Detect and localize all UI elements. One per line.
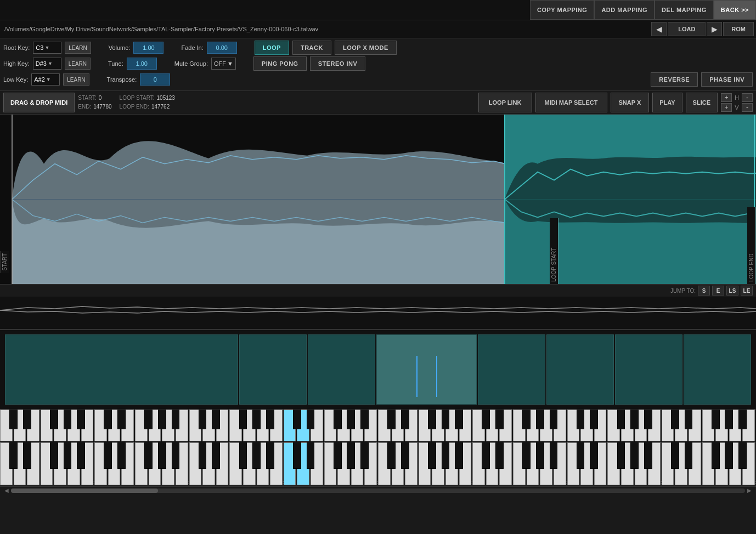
loop-link-button[interactable]: LOOP LINK [478, 93, 532, 112]
black-key[interactable] [199, 410, 207, 429]
phase-inv-button[interactable]: PHASE INV [701, 72, 753, 87]
load-button[interactable]: LOAD [668, 22, 706, 36]
black-key[interactable] [117, 442, 126, 469]
black-key[interactable] [172, 410, 180, 429]
add-mapping-button[interactable]: ADD MAPPING [594, 0, 655, 20]
prev-file-button[interactable]: ◀ [651, 22, 667, 36]
black-key[interactable] [252, 410, 261, 429]
black-key[interactable] [455, 442, 463, 469]
black-key[interactable] [401, 442, 409, 469]
black-key[interactable] [64, 442, 72, 469]
black-key[interactable] [428, 410, 436, 429]
black-key[interactable] [9, 442, 18, 469]
black-key[interactable] [266, 442, 274, 469]
slice-block-3[interactable] [308, 334, 375, 405]
scroll-right-arrow[interactable]: ▶ [745, 487, 754, 493]
black-key[interactable] [712, 442, 720, 469]
jump-le-button[interactable]: LE [741, 286, 753, 296]
black-key[interactable] [158, 410, 166, 429]
black-key[interactable] [239, 410, 247, 429]
slice-block-2[interactable] [239, 334, 307, 405]
black-key[interactable] [617, 442, 625, 469]
slice-block-4[interactable] [376, 334, 477, 405]
black-key[interactable] [307, 442, 315, 469]
rom-button[interactable]: ROM [723, 22, 754, 36]
slice-block-5[interactable] [478, 334, 545, 405]
black-key[interactable] [495, 442, 504, 469]
black-key[interactable] [334, 442, 342, 469]
zoom-v-minus-button[interactable]: - [742, 103, 753, 112]
black-key[interactable] [630, 410, 639, 429]
black-key[interactable] [199, 442, 207, 469]
black-key[interactable] [77, 410, 85, 429]
waveform-container[interactable]: START LOOP START LOOP END [0, 115, 756, 285]
black-key[interactable] [401, 410, 409, 429]
copy-mapping-button[interactable]: COPY MAPPING [530, 0, 594, 20]
black-key[interactable] [9, 410, 18, 429]
midi-map-select-button[interactable]: MIDI MAP SELECT [535, 93, 607, 112]
mute-group-select[interactable]: OFF ▼ [211, 58, 236, 70]
scroll-thumb[interactable] [11, 488, 158, 493]
black-key[interactable] [630, 442, 639, 469]
del-mapping-button[interactable]: DEL MAPPING [655, 0, 714, 20]
piano-container[interactable] [0, 410, 756, 442]
black-key[interactable] [577, 410, 585, 429]
black-key[interactable] [442, 442, 450, 469]
black-key[interactable] [577, 442, 585, 469]
black-key[interactable] [212, 442, 220, 469]
black-key[interactable] [685, 442, 693, 469]
black-key[interactable] [495, 410, 504, 429]
black-key[interactable] [293, 442, 301, 469]
black-key[interactable] [671, 410, 679, 429]
tune-value[interactable]: 1.00 [127, 58, 157, 70]
black-key[interactable] [738, 442, 747, 469]
black-key[interactable] [590, 442, 598, 469]
black-key[interactable] [23, 442, 31, 469]
black-key[interactable] [725, 442, 733, 469]
black-key[interactable] [712, 410, 720, 429]
slice-area[interactable] [0, 330, 756, 410]
black-key[interactable] [482, 442, 490, 469]
black-key[interactable] [387, 442, 396, 469]
black-key[interactable] [77, 442, 85, 469]
reverse-button[interactable]: REVERSE [651, 72, 698, 87]
black-key[interactable] [104, 410, 112, 429]
high-key-select[interactable]: D#3 ▼ [33, 58, 61, 70]
black-key[interactable] [212, 410, 220, 429]
loop-button[interactable]: LOOP [255, 41, 289, 55]
slice-button[interactable]: SLICE [686, 93, 718, 112]
jump-ls-button[interactable]: LS [726, 286, 738, 296]
black-key[interactable] [64, 410, 72, 429]
slice-block-7[interactable] [615, 334, 682, 405]
black-key[interactable] [482, 410, 490, 429]
black-key[interactable] [428, 442, 436, 469]
black-key[interactable] [617, 410, 625, 429]
black-key[interactable] [738, 410, 747, 429]
black-key[interactable] [307, 410, 315, 429]
black-key[interactable] [590, 410, 598, 429]
next-file-button[interactable]: ▶ [707, 22, 722, 36]
back-button[interactable]: BACK >> [714, 0, 756, 20]
zoom-v-plus-button[interactable]: + [721, 103, 732, 112]
black-key[interactable] [550, 442, 558, 469]
black-key[interactable] [360, 442, 369, 469]
black-key[interactable] [550, 410, 558, 429]
black-key[interactable] [671, 442, 679, 469]
black-key[interactable] [172, 442, 180, 469]
black-key[interactable] [117, 410, 126, 429]
black-key[interactable] [23, 410, 31, 429]
play-button[interactable]: PLAY [652, 93, 682, 112]
track-button[interactable]: TRACK [292, 41, 331, 55]
black-key[interactable] [239, 442, 247, 469]
black-key[interactable] [252, 442, 261, 469]
black-key[interactable] [50, 410, 58, 429]
jump-s-button[interactable]: S [698, 286, 710, 296]
bottom-piano-area[interactable]: 1C0C1C2C3C4C5C6C7 [0, 442, 756, 486]
black-key[interactable] [387, 410, 396, 429]
low-key-select[interactable]: A#2 ▼ [31, 73, 60, 86]
drag-drop-midi-button[interactable]: DRAG & DROP MIDI [3, 93, 75, 112]
black-key[interactable] [644, 410, 652, 429]
stereo-inv-button[interactable]: STEREO INV [310, 56, 366, 71]
scroll-track[interactable] [11, 488, 745, 493]
black-key[interactable] [144, 410, 153, 429]
